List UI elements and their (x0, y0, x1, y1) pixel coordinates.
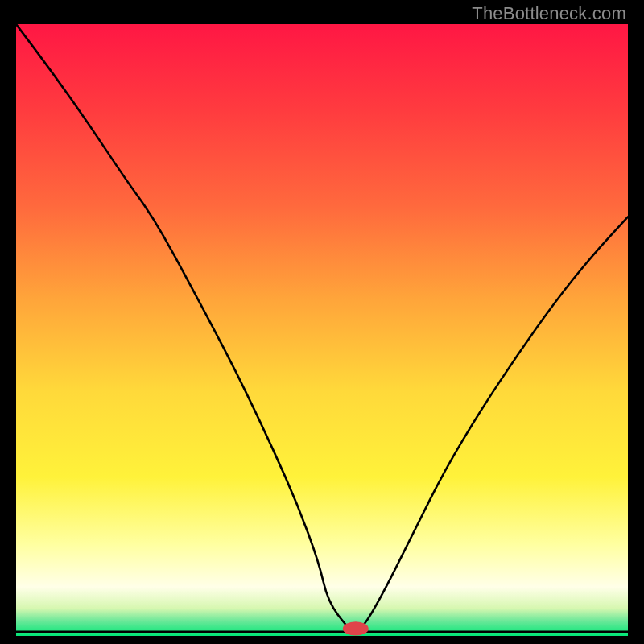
optimal-marker (343, 621, 369, 635)
bottleneck-chart (16, 24, 628, 636)
chart-frame (16, 24, 628, 636)
watermark-text: TheBottleneck.com (472, 3, 626, 24)
